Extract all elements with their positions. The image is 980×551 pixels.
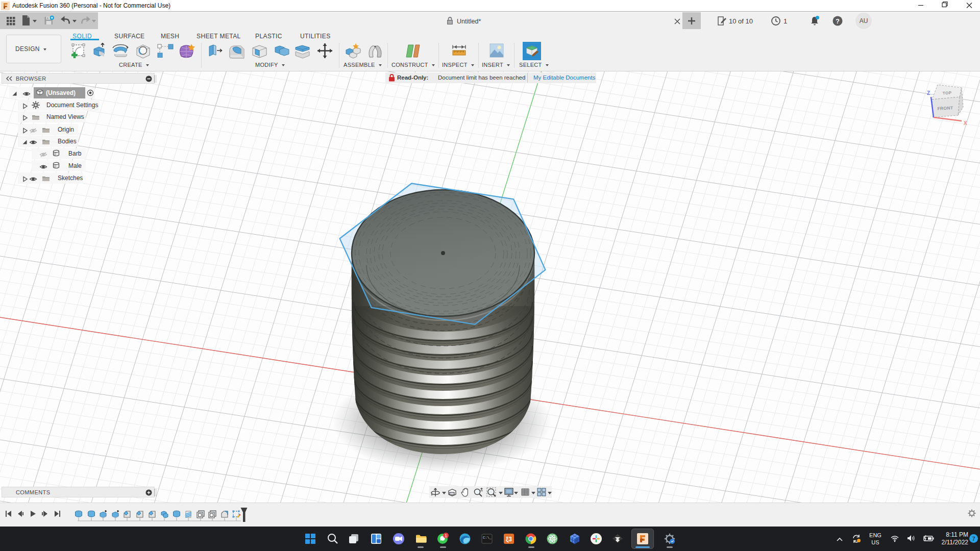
svg-text:Z: Z <box>927 90 930 96</box>
svg-text:C:\_: C:\_ <box>483 536 492 540</box>
svg-text:TOP: TOP <box>943 90 952 95</box>
svg-text:1: 1 <box>445 533 447 538</box>
svg-text:?: ? <box>836 17 840 25</box>
svg-text:ξ3: ξ3 <box>506 536 512 543</box>
svg-text:X: X <box>964 120 967 126</box>
svg-text:FRONT: FRONT <box>937 105 953 111</box>
